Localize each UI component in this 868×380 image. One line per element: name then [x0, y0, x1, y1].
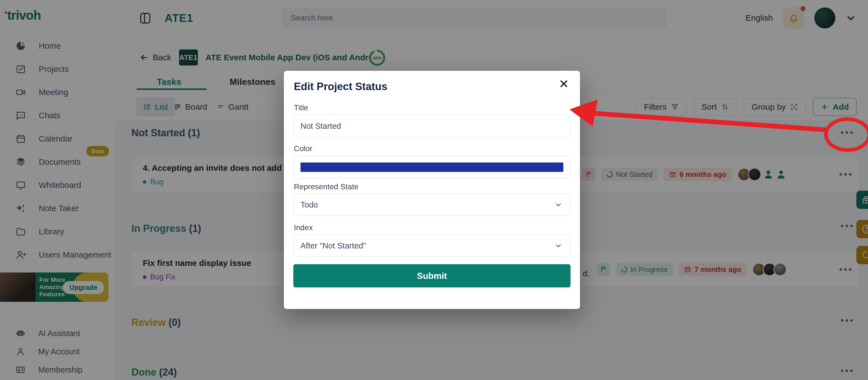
- app-window: trivoh Home Projects Meeting Chats Calen…: [0, 0, 868, 380]
- selected-state-value: Todo: [301, 200, 318, 209]
- selected-index-value: After "Not Started": [301, 241, 366, 250]
- represented-state-label: Represented State: [294, 182, 359, 191]
- index-field-label: Index: [294, 223, 313, 232]
- close-icon[interactable]: ✕: [559, 78, 569, 90]
- modal-title: Edit Project Status: [294, 81, 388, 93]
- color-picker-field[interactable]: [293, 155, 570, 178]
- represented-state-select[interactable]: Todo: [293, 194, 570, 216]
- chevron-down-icon: [554, 241, 563, 250]
- title-field-label: Title: [294, 103, 308, 112]
- index-select[interactable]: After "Not Started": [293, 234, 570, 257]
- color-swatch: [301, 163, 563, 172]
- title-field[interactable]: [293, 114, 570, 138]
- edit-project-status-modal: Edit Project Status ✕ Title Color Repres…: [284, 71, 580, 309]
- color-field-label: Color: [294, 144, 312, 153]
- chevron-down-icon: [554, 200, 563, 209]
- submit-button[interactable]: Submit: [293, 264, 570, 287]
